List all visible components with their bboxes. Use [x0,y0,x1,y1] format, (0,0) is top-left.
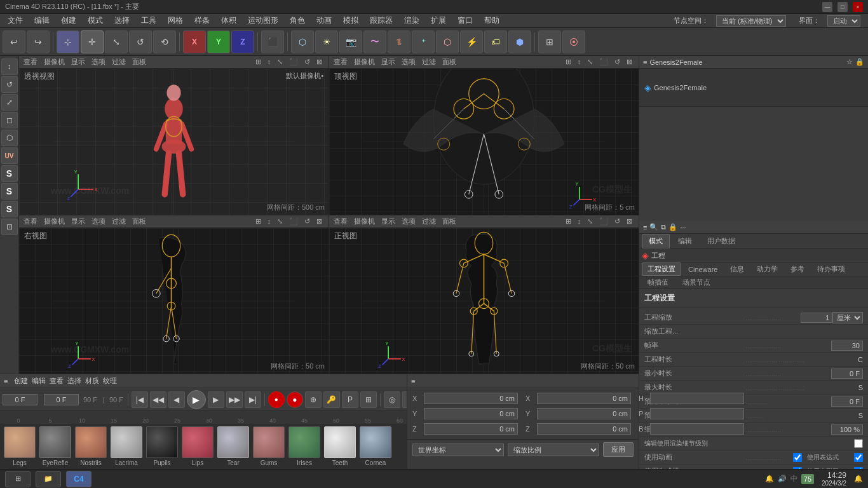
vp4-icon3[interactable]: ⤡ [585,217,595,226]
deformer-button[interactable]: ⥮ [388,30,410,53]
mat-legs[interactable]: Legs [4,426,36,466]
menu-tracker[interactable]: 跟踪器 [365,14,398,27]
menu-character[interactable]: 角色 [285,14,310,27]
viewport-top[interactable]: 查看 摄像机 显示 选项 过滤 面板 ⊞ ↕ ⤡ ⬛ ↺ ⊠ 顶视图 [329,56,639,215]
obj-star-icon[interactable]: ☆ [846,58,853,66]
vp3-icon4[interactable]: ⬛ [287,217,300,226]
effector-button[interactable]: ⚡ [460,30,483,53]
min-frame-input[interactable] [44,394,79,405]
key-button[interactable]: 🔑 [323,391,340,408]
autokey2-button[interactable]: ⊕ [305,391,322,408]
props-subtab-frames[interactable]: 帧插值 [642,276,674,289]
obj-tree-item[interactable]: ◈ Genesis2Female [644,83,707,93]
notification-bell[interactable]: 🔔 [854,475,863,483]
props-subtab-scene[interactable]: 场景节点 [677,276,716,289]
mat-teeth[interactable]: Teeth [324,426,356,466]
vp3-menu-camera[interactable]: 摄像机 [42,217,67,226]
props-menu-icon[interactable]: ≡ [643,224,647,231]
play-button[interactable]: ▶ [187,390,206,409]
props-subtab-todo[interactable]: 待办事项 [811,262,851,276]
mat-menu-select[interactable]: 选择 [67,376,81,386]
minimize-button[interactable]: — [822,2,832,12]
vp1-menu-look[interactable]: 查看 [22,57,39,67]
menu-help[interactable]: 帮助 [479,14,505,27]
vp4-menu-display[interactable]: 显示 [379,217,397,226]
prev-frame-button[interactable]: ◀◀ [150,391,166,408]
close-button[interactable]: × [853,2,863,12]
vp4-icon1[interactable]: ⊞ [564,217,573,226]
ime-indicator[interactable]: 中 [790,474,797,484]
viewport-perspective[interactable]: 查看 摄像机 显示 选项 过滤 面板 ⊞ ↕ ⤡ ⬛ ↺ ⊠ 透视视图 默认摄像… [19,56,329,215]
mat-menu-look[interactable]: 查看 [50,376,64,386]
file-explorer-button[interactable]: 📁 [36,471,61,487]
vp1-icon4[interactable]: ⬛ [287,58,300,66]
scale-option-select[interactable]: 缩放比例 [508,444,599,456]
mat-irises[interactable]: Irises [288,426,320,466]
move-tool-button[interactable]: ✛ [81,30,104,53]
redo-button[interactable]: ↪ [27,30,50,53]
vp4-icon5[interactable]: ↺ [613,217,622,226]
vp4-menu-filter[interactable]: 过滤 [420,217,438,226]
mat-menu-edit[interactable]: 编辑 [32,376,46,386]
next-frame-button[interactable]: ▶▶ [226,391,243,408]
vp2-icon3[interactable]: ⤡ [585,58,595,66]
new-obj-button[interactable]: ⬛ [261,30,284,53]
coord-z-input[interactable] [424,423,518,435]
vp2-menu-panel[interactable]: 面板 [440,57,458,67]
vp3-menu-display[interactable]: 显示 [69,217,87,226]
vp4-menu-options[interactable]: 选项 [400,217,417,226]
prop-lod-input[interactable] [831,424,863,435]
vp3-icon5[interactable]: ↺ [302,217,312,226]
volume-icon[interactable]: 🔊 [778,475,787,483]
vp3-icon3[interactable]: ⤡ [275,217,285,226]
notification-icon[interactable]: 🔔 [765,475,774,483]
mat-eyereflection[interactable]: EyeRefle [39,426,71,466]
vp2-icon2[interactable]: ↕ [576,58,583,66]
tag-button[interactable]: 🏷 [484,30,507,53]
menu-edit[interactable]: 编辑 [29,14,55,27]
spline-button[interactable]: 〜 [363,30,386,53]
props-subtab-settings[interactable]: 工程设置 [642,262,681,276]
prop-anim-cb[interactable] [793,453,802,462]
vp3-icon2[interactable]: ↕ [266,217,273,226]
coord-sz-input[interactable] [537,423,631,435]
vp1-menu-options[interactable]: 选项 [90,57,107,67]
coord-x-input[interactable] [424,393,518,404]
light-button[interactable]: ☀ [315,30,338,53]
prop-min-input[interactable] [831,369,863,379]
maximize-button[interactable]: □ [837,2,848,12]
vp4-icon2[interactable]: ↕ [576,217,583,226]
vp2-icon5[interactable]: ↺ [613,58,622,66]
vp1-icon5[interactable]: ↺ [302,58,312,66]
interface-select[interactable]: 启动 [827,15,860,27]
menu-extend[interactable]: 扩展 [426,14,451,27]
current-frame-input[interactable] [3,394,37,405]
step-forward-button[interactable]: ▶ [208,391,224,408]
onion-button[interactable]: ◎ [384,391,400,408]
prop-scale-input[interactable] [801,313,832,323]
sidebar-move-icon[interactable]: ↕ [1,58,18,75]
vp3-icon6[interactable]: ⊠ [315,217,324,226]
vp1-icon2[interactable]: ↕ [266,58,273,66]
mat-tear[interactable]: Tear [217,426,249,466]
menu-mograph[interactable]: 运动图形 [243,14,283,27]
menu-simulate[interactable]: 模拟 [338,14,363,27]
viewport-right[interactable]: 查看 摄像机 显示 选项 过滤 面板 ⊞ ↕ ⤡ ⬛ ↺ ⊠ 右视图 [19,215,329,374]
node-space-select[interactable]: 当前 (标准/物理) [716,15,786,27]
goto-end-button[interactable]: ▶| [245,391,261,408]
record-button[interactable]: ⦿ [562,30,585,53]
sidebar-snap-icon[interactable]: ⊡ [1,219,18,235]
vp2-menu-look[interactable]: 查看 [332,57,349,67]
prop-prevmin-input[interactable] [831,396,863,407]
vp2-menu-display[interactable]: 显示 [379,57,397,67]
vp2-menu-camera[interactable]: 摄像机 [352,57,377,67]
cube-button[interactable]: ⬡ [291,30,314,53]
vp4-menu-look[interactable]: 查看 [332,217,349,226]
start-button[interactable]: ⊞ [5,471,31,487]
sidebar-scale-icon[interactable]: ⤢ [1,94,18,111]
vp1-menu-filter[interactable]: 过滤 [110,57,128,67]
vp2-icon6[interactable]: ⊠ [625,58,634,66]
menu-animate[interactable]: 动画 [311,14,337,27]
props-subtab-dynamics[interactable]: 动力学 [751,262,783,276]
menu-render[interactable]: 渲染 [399,14,424,27]
